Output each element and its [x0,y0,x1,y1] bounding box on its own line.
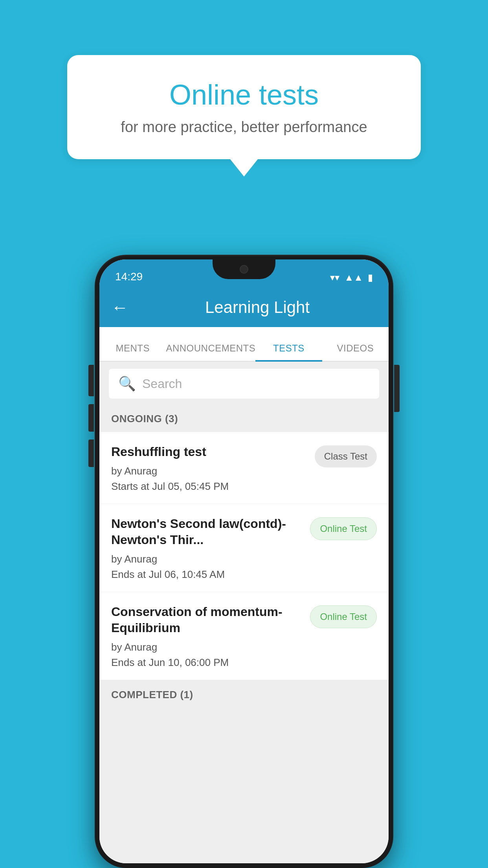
phone-container: 14:29 ▾▾ ▲▲ ▮ ← Learning Light MENTS ANN… [95,255,393,868]
phone-screen: 14:29 ▾▾ ▲▲ ▮ ← Learning Light MENTS ANN… [99,259,389,863]
test-item[interactable]: Newton's Second law(contd)-Newton's Thir… [99,504,389,592]
bubble-subtitle: for more practice, better performance [95,119,393,136]
test-badge-class: Class Test [315,445,377,467]
test-info: Newton's Second law(contd)-Newton's Thir… [111,516,302,581]
app-bar: ← Learning Light [99,288,389,327]
test-name: Newton's Second law(contd)-Newton's Thir… [111,516,302,548]
test-badge-online: Online Test [310,517,377,540]
status-time: 14:29 [115,270,143,283]
signal-icon: ▲▲ [344,272,363,283]
speech-bubble: Online tests for more practice, better p… [67,55,421,159]
test-name: Conservation of momentum-Equilibrium [111,604,302,636]
phone-outer: 14:29 ▾▾ ▲▲ ▮ ← Learning Light MENTS ANN… [95,255,393,868]
search-icon: 🔍 [118,375,136,392]
test-author: by Anurag [111,641,302,653]
test-date: Ends at Jun 10, 06:00 PM [111,657,302,669]
tab-videos[interactable]: VIDEOS [322,343,389,361]
status-icons: ▾▾ ▲▲ ▮ [330,272,373,283]
phone-notch [213,259,275,279]
tab-announcements[interactable]: ANNOUNCEMENTS [166,343,255,361]
tabs-container: MENTS ANNOUNCEMENTS TESTS VIDEOS [99,327,389,362]
wifi-icon: ▾▾ [330,272,339,283]
test-item[interactable]: Reshuffling test by Anurag Starts at Jul… [99,432,389,504]
test-badge-online-2: Online Test [310,605,377,628]
camera-dot [240,265,248,274]
test-date: Ends at Jul 06, 10:45 AM [111,568,302,581]
ongoing-title: ONGOING (3) [111,413,178,425]
test-author: by Anurag [111,465,307,477]
test-info: Conservation of momentum-Equilibrium by … [111,604,302,669]
battery-icon: ▮ [368,272,373,283]
ongoing-section-header: ONGOING (3) [99,406,389,432]
test-date: Starts at Jul 05, 05:45 PM [111,480,307,493]
test-info: Reshuffling test by Anurag Starts at Jul… [111,444,307,493]
screen-content: 🔍 Search ONGOING (3) Reshuffling test by… [99,362,389,863]
completed-section-header: COMPLETED (1) [99,682,389,708]
speech-bubble-container: Online tests for more practice, better p… [67,55,421,159]
test-name: Reshuffling test [111,444,307,460]
app-title: Learning Light [138,298,377,317]
search-input-wrapper[interactable]: 🔍 Search [109,369,379,399]
test-author: by Anurag [111,553,302,565]
completed-title: COMPLETED (1) [111,689,193,701]
tab-tests[interactable]: TESTS [255,343,322,361]
search-placeholder: Search [142,377,182,391]
test-list: Reshuffling test by Anurag Starts at Jul… [99,432,389,680]
tab-ments[interactable]: MENTS [99,343,166,361]
test-item[interactable]: Conservation of momentum-Equilibrium by … [99,592,389,680]
back-button[interactable]: ← [111,298,128,317]
search-container: 🔍 Search [99,362,389,406]
volume-down-button [88,440,94,467]
bubble-title: Online tests [95,79,393,111]
volume-up-button [88,404,94,432]
